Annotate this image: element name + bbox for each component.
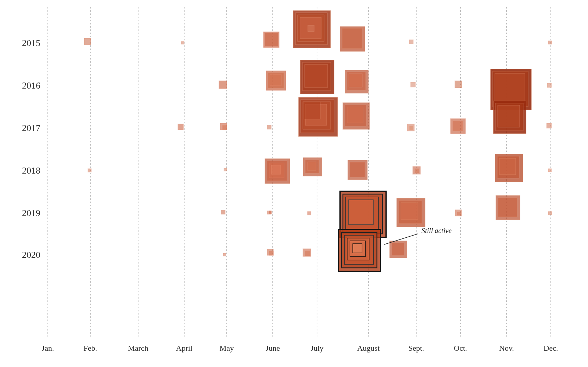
svg-text:2018: 2018 [22,165,40,176]
svg-rect-24 [548,41,552,44]
svg-rect-39 [495,73,525,103]
svg-rect-44 [267,125,271,129]
svg-rect-93 [548,211,552,215]
svg-rect-54 [409,126,413,130]
svg-rect-41 [178,124,183,130]
svg-text:May: May [220,344,234,352]
svg-rect-34 [349,74,362,87]
svg-rect-43 [222,125,227,130]
svg-rect-66 [271,165,281,174]
svg-rect-20 [308,25,314,32]
svg-rect-69 [307,162,316,170]
svg-rect-77 [548,169,552,172]
svg-text:2016: 2016 [22,80,40,91]
svg-text:2019: 2019 [22,208,40,218]
svg-text:August: August [357,344,380,352]
svg-rect-98 [305,251,310,256]
svg-text:2017: 2017 [22,123,40,133]
svg-rect-94 [223,253,226,256]
svg-text:July: July [311,344,324,352]
svg-text:Still active: Still active [422,227,452,235]
svg-rect-71 [350,162,365,177]
svg-rect-81 [307,211,311,215]
svg-text:Dec.: Dec. [544,344,558,352]
svg-rect-104 [353,244,362,253]
svg-text:Oct.: Oct. [454,344,467,352]
svg-rect-59 [498,105,520,127]
svg-rect-28 [270,74,281,86]
svg-rect-90 [457,212,461,215]
svg-text:June: June [266,344,280,352]
svg-rect-22 [342,28,362,49]
svg-rect-12 [84,38,91,45]
svg-rect-61 [88,169,91,172]
svg-rect-80 [269,211,272,214]
svg-rect-73 [415,169,419,173]
svg-rect-78 [221,210,225,214]
svg-text:Feb.: Feb. [84,344,97,352]
svg-text:2015: 2015 [22,38,40,48]
svg-rect-106 [392,243,404,255]
svg-rect-36 [455,81,462,88]
svg-rect-31 [305,64,328,87]
svg-rect-15 [265,33,278,46]
svg-rect-88 [401,203,418,220]
svg-rect-49 [303,102,320,119]
chart-container: 2015 2016 2017 2018 2019 2020 Jan. Feb. … [0,0,588,367]
svg-rect-92 [498,198,517,217]
svg-rect-52 [347,107,363,123]
svg-text:March: March [128,344,148,352]
svg-text:Nov.: Nov. [499,344,514,352]
svg-rect-60 [547,123,552,128]
svg-rect-35 [411,82,415,87]
svg-rect-25 [219,81,227,89]
svg-rect-76 [499,158,516,175]
svg-text:Sept.: Sept. [408,344,424,352]
svg-rect-56 [453,121,463,131]
svg-text:April: April [176,344,192,352]
svg-rect-23 [409,40,413,44]
svg-text:Jan.: Jan. [42,344,54,352]
svg-text:2020: 2020 [22,250,40,260]
svg-rect-40 [547,83,552,87]
svg-rect-85 [349,200,373,225]
svg-rect-96 [269,251,273,255]
svg-rect-13 [181,41,184,44]
svg-rect-62 [224,168,227,171]
